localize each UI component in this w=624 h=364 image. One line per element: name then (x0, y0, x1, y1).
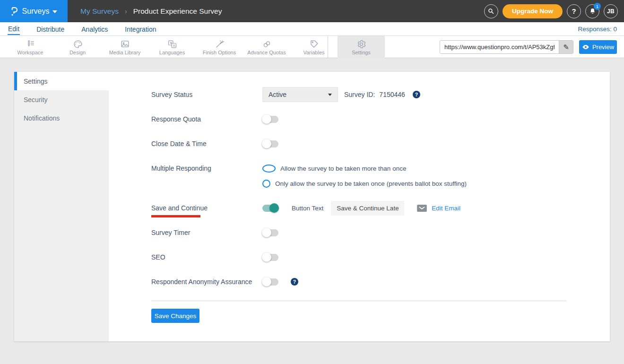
response-quota-toggle[interactable] (262, 116, 278, 123)
toolbar-item-workspace[interactable]: Workspace (7, 36, 54, 58)
edit-email-link[interactable]: Edit Email (432, 205, 460, 212)
save-and-continue-row: Save and Continue Button Text Edit Email (151, 200, 596, 216)
toolbar-item-finish-options[interactable]: Finish Options (196, 36, 243, 58)
edit-url-button[interactable]: ✎ (559, 41, 573, 53)
survey-id-value: 7150446 (379, 91, 405, 98)
toolbar-item-label: Finish Options (203, 50, 236, 55)
toolbar-item-label: Languages (159, 50, 185, 55)
form-divider (151, 301, 566, 301)
settings-sidebar: Settings Security Notifications (14, 72, 109, 341)
red-underline-annotation: Save and Continue (151, 204, 208, 212)
breadcrumb-my-surveys[interactable]: My Surveys (80, 7, 119, 16)
survey-status-select[interactable]: Active (262, 87, 338, 102)
survey-timer-toggle[interactable] (262, 229, 278, 236)
save-and-continue-label: Save and Continue (151, 204, 262, 212)
upgrade-now-button[interactable]: Upgrade Now (503, 4, 563, 18)
sidebar-item-settings[interactable]: Settings (14, 72, 109, 90)
survey-id-label: Survey ID: (344, 91, 375, 98)
button-text-label: Button Text (292, 205, 323, 212)
survey-url-input[interactable] (440, 41, 559, 53)
toolbar-item-label: Workspace (17, 50, 43, 55)
tab-analytics[interactable]: Analytics (81, 24, 108, 35)
responses-count: Responses: 0 (578, 26, 617, 33)
save-and-continue-toggle[interactable] (262, 205, 278, 212)
tab-integration[interactable]: Integration (124, 24, 156, 35)
survey-id-help-icon[interactable]: ? (413, 91, 420, 98)
toolbar-item-label: Variables (303, 50, 324, 55)
radio-option-multiple[interactable]: Allow the survey to be taken more than o… (262, 161, 467, 176)
search-button[interactable] (484, 4, 498, 18)
languages-icon: ★A (167, 39, 177, 49)
top-header: Surveys My Surveys › Product Experience … (0, 0, 624, 22)
advance-quotas-icon (262, 39, 272, 49)
close-date-label: Close Date & Time (151, 140, 262, 147)
eye-icon (582, 44, 589, 50)
toolbar-divider (328, 36, 328, 58)
save-changes-button[interactable]: Save Changes (151, 309, 199, 323)
toolbar-item-label: Media Library (109, 50, 141, 55)
breadcrumb-survey-title: Product Experience Survey (133, 7, 222, 16)
product-switcher[interactable]: Surveys (0, 0, 68, 22)
avatar[interactable]: JB (604, 4, 618, 18)
chevron-down-icon (52, 10, 57, 13)
respondent-anonymity-toggle[interactable] (262, 278, 278, 286)
toolbar-item-design[interactable]: Design (54, 36, 101, 58)
search-icon (487, 7, 495, 15)
toolbar-item-advance-quotas[interactable]: Advance Quotas (243, 36, 290, 58)
workspace-icon (26, 39, 35, 49)
close-date-row: Close Date & Time (151, 136, 596, 151)
sidebar-item-security[interactable]: Security (14, 90, 109, 109)
survey-status-row: Survey Status Active Survey ID: 7150446 … (151, 87, 596, 102)
svg-text:A: A (173, 43, 175, 47)
survey-status-label: Survey Status (151, 91, 262, 98)
preview-label: Preview (592, 43, 614, 51)
breadcrumb-separator: › (125, 8, 127, 15)
seo-label: SEO (151, 253, 262, 261)
multiple-responding-options: Allow the survey to be taken more than o… (262, 161, 467, 191)
anonymity-help-icon[interactable]: ? (291, 278, 298, 286)
notification-badge: 1 (594, 3, 601, 10)
toggle-knob (262, 252, 271, 262)
question-mark-icon: ? (572, 7, 576, 15)
preview-button[interactable]: Preview (579, 40, 617, 54)
button-text-input[interactable] (331, 201, 404, 216)
toolbar-items: Workspace Design Media Library ★A Langua… (7, 36, 385, 58)
respondent-anonymity-label: Respondent Anonymity Assurance (151, 278, 262, 286)
finish-options-icon (215, 39, 225, 49)
tab-edit[interactable]: Edit (8, 23, 20, 35)
sidebar-item-notifications[interactable]: Notifications (14, 109, 109, 127)
chevron-down-icon (328, 94, 332, 96)
radio-option-once[interactable]: Only allow the survey to be taken once (… (262, 176, 467, 191)
close-date-toggle[interactable] (262, 140, 278, 147)
seo-row: SEO (151, 250, 596, 265)
toggle-knob (262, 228, 271, 237)
toolbar-item-label: Design (69, 50, 86, 55)
survey-timer-row: Survey Timer (151, 225, 596, 240)
toolbar-item-settings[interactable]: Settings (338, 36, 385, 58)
radio-selected-icon (262, 165, 276, 173)
radio-unselected-icon (262, 180, 270, 188)
toggle-knob (269, 203, 279, 213)
tab-distribute[interactable]: Distribute (36, 24, 65, 35)
respondent-anonymity-row: Respondent Anonymity Assurance ? (151, 274, 596, 289)
toolbar-item-media-library[interactable]: Media Library (101, 36, 148, 58)
survey-nav: Edit Distribute Analytics Integration Re… (0, 22, 624, 36)
survey-status-value: Active (269, 91, 286, 98)
media-library-icon (120, 39, 130, 49)
help-button[interactable]: ? (567, 4, 581, 18)
toolbar-item-variables[interactable]: Variables (290, 36, 338, 58)
edit-toolbar: Workspace Design Media Library ★A Langua… (0, 36, 624, 58)
settings-gear-icon (356, 39, 366, 49)
survey-timer-label: Survey Timer (151, 229, 262, 236)
response-quota-row: Response Quota (151, 112, 596, 127)
toggle-knob (262, 139, 271, 148)
notifications-button[interactable]: 1 (585, 4, 599, 18)
header-actions: Upgrade Now ? 1 JB (484, 4, 618, 18)
toolbar-item-languages[interactable]: ★A Languages (148, 36, 196, 58)
radio-option-label: Only allow the survey to be taken once (… (275, 180, 467, 187)
design-palette-icon (73, 39, 83, 49)
toolbar-item-label: Advance Quotas (247, 50, 286, 55)
variables-icon (309, 39, 319, 49)
seo-toggle[interactable] (262, 254, 278, 261)
envelope-icon (417, 205, 427, 212)
